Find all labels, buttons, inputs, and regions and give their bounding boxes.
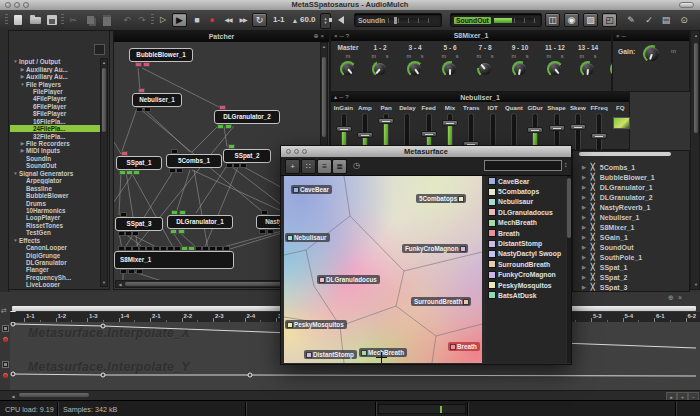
output-port[interactable] xyxy=(260,230,265,233)
contraption-item-5Combs_1[interactable]: ▶╳5Combs_1 xyxy=(573,162,689,172)
automation-view-button[interactable]: ◉ xyxy=(564,13,579,27)
palette-item[interactable]: 6FilePlayer xyxy=(10,103,100,110)
palette-item[interactable]: ▶Auxiliary Au... xyxy=(10,73,100,80)
lane-y-record-dot[interactable] xyxy=(3,373,8,378)
output-port[interactable] xyxy=(120,171,125,174)
patcher-node-DLGranulator_1[interactable]: DLGranulator_1 xyxy=(167,215,233,229)
input-port[interactable] xyxy=(122,152,127,155)
expand-icon[interactable]: ▶ xyxy=(19,74,26,79)
input-port[interactable] xyxy=(229,145,234,148)
snapshot-list-item[interactable]: NastyDactyl Swoop xyxy=(485,249,566,259)
input-port[interactable] xyxy=(224,247,229,250)
palette-item[interactable]: DLGranulator xyxy=(10,259,100,266)
palette-item[interactable]: FrequencySh... xyxy=(10,274,100,281)
metasurface-pad[interactable]: CaveBear5CombatopsNebulisaurFunkyCroMagn… xyxy=(284,176,482,363)
stop-button[interactable]: ■ xyxy=(190,13,204,27)
palette-scrollbar[interactable]: ▲ ▼ xyxy=(100,58,108,287)
xy-display[interactable] xyxy=(613,117,630,129)
delete-icon[interactable]: ╳ xyxy=(591,203,595,211)
contraption-item-SGain_1[interactable]: ▶╳SGain_1 xyxy=(573,232,689,242)
snapshot-pill-DLGranuladocus[interactable]: DLGranuladocus xyxy=(317,275,380,284)
delete-icon[interactable]: ╳ xyxy=(591,253,595,261)
snapshot-pill-Breath[interactable]: Breath xyxy=(448,342,480,351)
contraption-item-SSpat_1[interactable]: ▶╳SSpat_1 xyxy=(573,262,689,272)
expand-icon[interactable]: ▶ xyxy=(582,254,586,260)
channel-knob[interactable] xyxy=(512,61,528,77)
right-scroll-thumb[interactable] xyxy=(694,43,698,133)
palette-item[interactable]: RissetTones xyxy=(10,222,100,229)
scroll-down-icon[interactable]: ▼ xyxy=(693,281,699,288)
play-button[interactable]: ▶ xyxy=(172,13,187,27)
palette-item[interactable]: TestGen xyxy=(10,229,100,236)
palette-item[interactable]: 16FilePla... xyxy=(10,118,100,125)
palette-item[interactable]: 24FilePla... xyxy=(10,125,100,132)
patcher-node-BubbleBlower_1[interactable]: BubbleBlower_1 xyxy=(129,48,193,62)
input-port[interactable] xyxy=(262,211,267,214)
snapshot-list-item[interactable]: FunkyCroMagnon xyxy=(485,270,566,280)
palette-scroll-thumb[interactable] xyxy=(102,68,106,132)
input-port[interactable] xyxy=(139,89,144,92)
gain-collapse-icon[interactable]: ─ xyxy=(622,33,628,39)
input-port[interactable] xyxy=(121,213,126,216)
redo-button[interactable]: ↷ xyxy=(135,13,149,27)
lane-y-enable-checkbox[interactable] xyxy=(2,361,9,368)
delete-icon[interactable]: ╳ xyxy=(591,273,595,281)
mixer-help-icon[interactable]: ? xyxy=(346,33,351,39)
channel-knob[interactable] xyxy=(580,61,596,77)
channel-knob[interactable] xyxy=(477,61,493,77)
duplicate-button[interactable]: ▤ xyxy=(659,13,673,27)
expand-icon[interactable]: ▶ xyxy=(582,204,586,210)
patcher-node-5Combs_1[interactable]: 5Combs_1 xyxy=(166,154,222,168)
mute-solo-labels[interactable]: m xyxy=(333,52,363,60)
output-port[interactable] xyxy=(144,63,149,66)
snapshot-list-item[interactable]: SurroundBreath xyxy=(485,259,566,269)
channel-knob[interactable] xyxy=(442,61,458,77)
input-port[interactable] xyxy=(126,247,131,250)
palette-item[interactable]: Drums xyxy=(10,199,100,206)
output-port[interactable] xyxy=(127,171,132,174)
history-button[interactable]: ◷ xyxy=(350,159,363,172)
metasurface-view-button[interactable]: ▨ xyxy=(583,13,598,27)
palette-item[interactable]: 8FilePlayer xyxy=(10,110,100,117)
palette-item[interactable]: ▼Signal Generators xyxy=(10,170,100,177)
palette-item[interactable]: SoundOut xyxy=(10,162,100,169)
expand-icon[interactable]: ▶ xyxy=(582,184,586,190)
palette-item[interactable]: Bassline xyxy=(10,184,100,191)
automation-gear-icon[interactable]: ⊕ xyxy=(668,294,678,301)
channel-knob[interactable] xyxy=(372,61,388,77)
input-port[interactable] xyxy=(119,247,124,250)
palette-item[interactable]: BubbleBlower xyxy=(10,192,100,199)
snapshot-list-item[interactable]: MechBreath xyxy=(485,218,566,228)
input-port[interactable] xyxy=(196,247,201,250)
delete-icon[interactable]: ╳ xyxy=(591,183,595,191)
delete-icon[interactable]: ╳ xyxy=(591,163,595,171)
slider-handle[interactable] xyxy=(570,124,586,130)
snapshot-list-item[interactable]: 5Combatops xyxy=(485,186,566,196)
output-port[interactable] xyxy=(218,125,223,128)
snapshot-list-item[interactable]: DLGranuladocus xyxy=(485,207,566,217)
expand-icon[interactable]: ▶ xyxy=(582,244,586,250)
expand-icon[interactable]: ▶ xyxy=(582,164,586,170)
delete-icon[interactable]: ╳ xyxy=(591,213,595,221)
snapshot-search-input[interactable] xyxy=(484,160,562,171)
output-port[interactable] xyxy=(171,230,176,233)
expand-icon[interactable]: ▶ xyxy=(582,224,586,230)
slider-handle[interactable] xyxy=(549,125,565,131)
snapshot-pill-CaveBear[interactable]: CaveBear xyxy=(291,185,332,194)
detail-view-button[interactable]: ≣ xyxy=(332,159,347,174)
output-port[interactable] xyxy=(119,232,124,235)
mute-solo-labels[interactable]: m s xyxy=(573,52,603,60)
scroll-down-icon[interactable]: ▼ xyxy=(101,279,107,286)
expand-icon[interactable]: ▶ xyxy=(19,67,26,72)
contraption-item-S8Mixer_1[interactable]: ▶╳S8Mixer_1 xyxy=(573,222,689,232)
contraption-item-BubbleBlower_1[interactable]: ▶╳BubbleBlower_1 xyxy=(573,172,689,182)
loop-button[interactable]: ↻ xyxy=(252,13,267,27)
palette-item[interactable]: ▼Effects xyxy=(10,237,100,244)
paste-button[interactable] xyxy=(100,13,114,27)
delete-icon[interactable]: ╳ xyxy=(591,263,595,271)
snapshot-list-item[interactable]: Breath xyxy=(485,228,566,238)
output-port[interactable] xyxy=(134,171,139,174)
patcher-node-SSpat_2[interactable]: SSpat_2 xyxy=(223,149,271,163)
patcher-node-SSpat_3[interactable]: SSpat_3 xyxy=(115,217,163,231)
output-port[interactable] xyxy=(137,270,142,273)
